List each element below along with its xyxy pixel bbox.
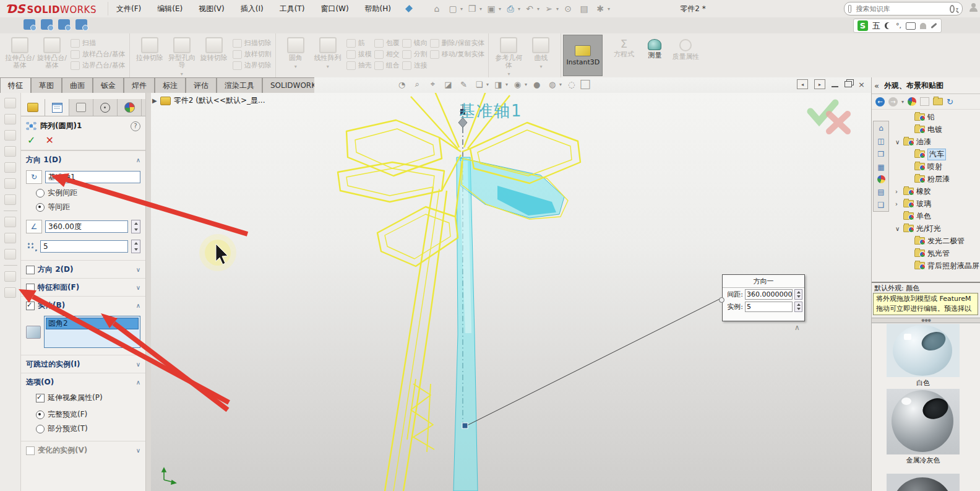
equal-spacing-radio[interactable] [36,203,45,212]
save-icon[interactable]: ▣ [484,2,498,15]
tab-annotations[interactable]: 标注 [155,77,186,93]
new-document-icon[interactable]: ▢ [446,2,460,15]
expand-arrow-icon[interactable]: ▶ [152,97,157,104]
undo-icon[interactable]: ↶ [523,2,536,15]
menu-file[interactable]: 文件(F) [108,1,149,17]
pattern-callout[interactable]: 方向一 间距: 360.00000000度 实例: 5 [722,274,805,321]
tree-item-spray[interactable]: 喷射 [890,160,980,173]
pattern-tool-icon-1[interactable] [4,271,16,282]
equations-button[interactable]: Σ方程式 [608,35,639,58]
tree-item-powder-coat[interactable]: 粉层漆 [890,173,980,185]
solid-body-preview[interactable] [453,157,564,491]
tab-sketch[interactable]: 草图 [31,77,62,93]
open-icon[interactable]: ❒ [465,2,479,15]
flyout-feature-tree[interactable]: ▶ 零件2 (默认<<默认>_显... [152,95,265,106]
swept-boss-button[interactable]: 扫描 [71,38,126,48]
expand-arrow[interactable]: › [895,201,901,207]
forum-icon[interactable]: ❑ [876,200,886,209]
appearances-tab-icon[interactable] [877,175,885,183]
screen-icon[interactable]: ⃞ [581,79,593,90]
section-features-faces[interactable]: 特征和面(F) [21,278,145,296]
menu-insert[interactable]: 插入(I) [233,1,272,17]
measure-button[interactable]: 测量 [639,35,670,59]
section-view-icon[interactable]: ◪ [442,79,454,90]
collapse-icon[interactable] [136,157,140,163]
capture-image-icon[interactable] [24,19,35,30]
fillet-button[interactable]: 圆角▾ [280,35,312,69]
tab-weldments[interactable]: 焊件 [124,77,155,93]
reference-geometry-dropdown-icon[interactable]: ▾ [507,71,510,77]
section-instances-to-skip[interactable]: 可跳过的实例(I) [21,355,145,373]
callout-drag-handle[interactable] [719,297,724,303]
appearance-swatch-white[interactable]: 白色 [887,324,960,388]
spacing-spinner[interactable] [794,289,802,300]
file-explorer-icon[interactable]: ❒ [876,149,886,159]
ime-punctuation[interactable]: °, [896,22,901,30]
callout-collapse-icon[interactable]: ∧ [794,323,800,332]
graphics-area[interactable]: ▶ 零件2 (默认<<默认>_显... 基准轴1 方向一 间距: 360.000… [151,93,871,491]
leader-attachment-handle[interactable] [462,423,468,428]
mirror-button[interactable]: 镜向 [402,38,428,48]
view-orientation-icon[interactable]: ❏ [473,79,485,90]
sketch-icon[interactable]: ✎ [458,79,470,90]
expand-arrow[interactable]: ∨ [895,139,901,146]
sketch-tool-icon-2[interactable] [4,233,16,243]
expand-icon[interactable] [136,447,140,454]
screen-capture-icon[interactable] [4,249,16,259]
view-cube-icon-5[interactable] [4,162,16,173]
gear-icon[interactable]: ✱ [593,2,607,15]
tab-feature-manager[interactable] [21,99,45,116]
new-dropdown-icon[interactable]: ▾ [460,6,463,12]
home-tab-icon[interactable]: ⌂ [876,123,886,133]
features-faces-checkbox[interactable] [26,284,35,292]
instance-count-field[interactable]: 5 [40,240,128,253]
gear-dropdown-icon[interactable]: ▾ [608,6,610,12]
extrude-cut-button[interactable]: 拉伸切除 [134,35,166,62]
zoom-to-fit-icon[interactable]: ⌕ [411,79,423,90]
zoom-to-area-icon[interactable]: ⌖ [427,79,439,90]
apply-scene-icon[interactable]: ◍ [546,79,558,90]
instances-spinner[interactable] [794,302,802,312]
section-options[interactable]: 选项(O) [21,373,145,391]
instant3d-button[interactable]: Instant3D [563,35,603,76]
hide-show-items-icon[interactable]: ◉ [512,79,523,90]
bodies-selection-list[interactable]: 圆角2 [44,316,140,348]
tree-item-neon[interactable]: 氖光管 [890,247,980,259]
pin-icon[interactable] [405,5,413,12]
custom-properties-icon[interactable]: ▤ [876,187,886,196]
tab-sheet-metal[interactable]: 钣金 [93,77,124,93]
reference-geometry-button[interactable]: 参考几何体▾ [492,35,525,77]
appearance-swatch-partial[interactable] [887,474,960,491]
bodies-checkbox[interactable] [26,302,35,310]
tree-item-electroplate[interactable]: 电镀 [890,123,980,136]
full-preview-radio[interactable] [36,411,45,419]
menu-help[interactable]: 帮助(H) [357,1,399,17]
angle-spinner[interactable] [131,220,140,233]
intersect-button[interactable]: 相交 [374,50,400,59]
boundary-boss-button[interactable]: 边界凸台/基体 [71,61,126,70]
combine-button[interactable]: 组合 [374,61,400,70]
menu-edit[interactable]: 编辑(E) [149,1,191,17]
tree-item-led[interactable]: 发光二极管 [890,235,980,247]
search-icon[interactable] [950,5,954,13]
revolve-cut-button[interactable]: 旋转切除 [198,35,230,62]
join-button[interactable]: 连接 [402,61,428,70]
sogou-ime-icon[interactable]: S [858,20,868,31]
expand-icon[interactable] [136,361,140,368]
full-preview-option[interactable]: 完整预览(F) [21,407,145,422]
edit-appearance-icon[interactable]: ● [531,79,543,90]
print-dropdown-icon[interactable]: ▾ [518,6,520,12]
view-cube-icon-4[interactable] [4,146,16,157]
pattern-tool-icon-2[interactable] [4,287,16,298]
user-account-icon[interactable] [969,3,978,12]
direction2-checkbox[interactable] [26,266,35,274]
tab-dimxpert-manager[interactable] [93,99,118,116]
capture-folder-icon[interactable] [58,19,70,30]
expand-arrow[interactable]: ∨ [895,225,901,232]
extrude-boss-button[interactable]: 拉伸凸台/基体 [4,35,36,69]
forward-icon[interactable]: → [888,97,898,106]
tab-features[interactable]: 特征 [0,77,31,93]
save-dropdown-icon[interactable]: ▾ [499,6,501,12]
split-button[interactable]: 分割 [402,50,428,59]
instance-count-spinner[interactable] [131,240,140,253]
